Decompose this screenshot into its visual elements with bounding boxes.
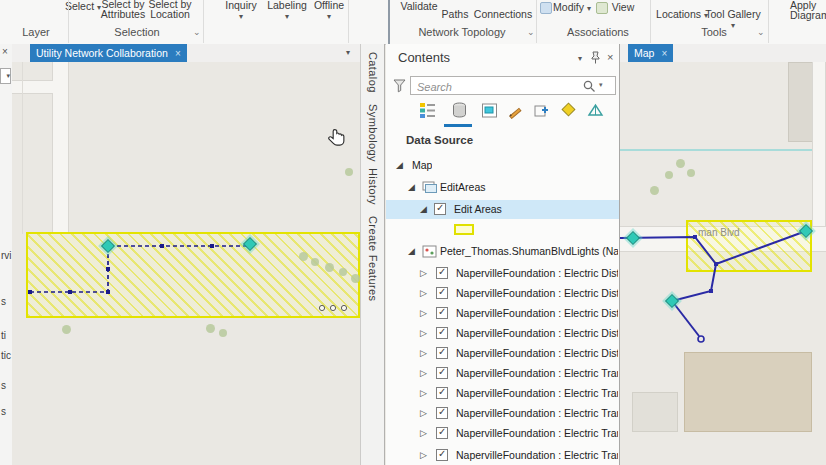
search-icon[interactable] [583, 80, 596, 93]
search-input[interactable] [415, 78, 579, 95]
layer-visibility-checkbox[interactable]: ✓ [436, 407, 448, 419]
close-icon[interactable]: × [661, 48, 667, 59]
pane-menu-caret-icon[interactable]: ▾ [578, 54, 582, 63]
expand-icon[interactable]: ▷ [420, 450, 427, 460]
tab-symbology[interactable]: Symbology [367, 104, 379, 162]
expand-icon[interactable]: ◢ [408, 246, 415, 256]
tree-node-layer[interactable]: ▷ ✓ NapervilleFoundation : Electric Dist… [386, 284, 620, 303]
select-by-attributes-button[interactable]: Select by Attributes [100, 0, 146, 19]
edit-areas-symbol-swatch[interactable] [454, 224, 474, 235]
layer-visibility-checkbox[interactable]: ✓ [434, 203, 446, 215]
close-icon[interactable]: × [175, 48, 181, 59]
tree-node-service[interactable]: ◢ Peter_Thomas.ShumanBlvdLights (Nap [386, 242, 620, 261]
tab-history[interactable]: History [367, 168, 379, 205]
layer-visibility-checkbox[interactable]: ✓ [436, 367, 448, 379]
tree-node-layer[interactable]: ▷ ✓ NapervilleFoundation : Electric Tran… [386, 446, 620, 465]
tree-node-symbol[interactable] [386, 222, 620, 241]
caret-down-icon: ▾ [285, 12, 289, 21]
trace-locations-button[interactable]: Locations ▾ [656, 9, 708, 21]
selection-dialog-launcher[interactable]: ⌄ [193, 27, 201, 37]
validate-button[interactable]: Validate [396, 1, 442, 11]
layer-visibility-checkbox[interactable]: ✓ [436, 327, 448, 339]
tab-list-caret-icon[interactable]: ▾ [346, 48, 350, 57]
caret-down-icon: ▾ [239, 12, 243, 21]
terminal-paths-button[interactable]: Paths [438, 9, 472, 19]
expand-icon[interactable]: ▷ [420, 408, 427, 418]
group-label-associations: Associations [548, 26, 648, 38]
tree-node-layer[interactable]: ▷ ✓ NapervilleFoundation : Electric Dist… [386, 304, 620, 323]
expand-icon[interactable]: ▷ [420, 368, 427, 378]
cutoff-list-item: rvi [1, 250, 12, 261]
list-by-perspective-tab[interactable] [584, 102, 606, 122]
tab-create-features[interactable]: Create Features [367, 216, 379, 301]
node-label: NapervilleFoundation : Electric Transf [456, 427, 618, 439]
expand-icon[interactable]: ◢ [420, 204, 427, 214]
list-by-labeling-tab[interactable] [558, 102, 580, 122]
tree-node-layer[interactable]: ▷ ✓ NapervilleFoundation : Electric Dist… [386, 264, 620, 283]
layer-visibility-checkbox[interactable]: ✓ [436, 307, 448, 319]
terminal-connections-button[interactable]: Connections [472, 9, 534, 19]
tab-catalog[interactable]: Catalog [367, 52, 379, 93]
ribbon-divider [388, 0, 390, 44]
tree-node-map[interactable]: ◢ Map [386, 156, 620, 175]
expand-icon[interactable]: ▷ [420, 308, 427, 318]
auto-hide-pin-icon[interactable] [590, 51, 601, 64]
tree-node-edit-areas[interactable]: ◢ ✓ Edit Areas [386, 200, 620, 219]
view-button[interactable]: View [608, 2, 638, 12]
expand-icon[interactable]: ▷ [420, 288, 427, 298]
map-view-map[interactable]: man Blvd [620, 62, 826, 465]
expand-icon[interactable]: ▷ [420, 348, 427, 358]
list-by-drawing-order-tab[interactable] [416, 102, 438, 122]
list-by-selection-tab[interactable] [478, 102, 500, 122]
right-view-tab-bar: Map × [620, 44, 826, 63]
list-by-editing-tab[interactable] [504, 102, 526, 122]
close-icon[interactable]: × [607, 51, 613, 63]
check-icon: ✓ [438, 386, 446, 397]
select-by-location-button[interactable]: Select by Location [147, 0, 193, 19]
tree-node-layer[interactable]: ▷ ✓ NapervilleFoundation : Electric Dist… [386, 344, 620, 363]
tree-node-layer[interactable]: ▷ ✓ NapervilleFoundation : Electric Tran… [386, 424, 620, 443]
tree-node-layer[interactable]: ▷ ✓ NapervilleFoundation : Electric Dist… [386, 324, 620, 343]
search-options-caret-icon[interactable]: ▾ [599, 81, 603, 89]
close-icon[interactable]: × [2, 46, 8, 57]
expand-icon[interactable]: ▷ [420, 268, 427, 278]
tools-dialog-launcher[interactable]: ⌄ [757, 27, 765, 37]
map-view-utility-network[interactable] [12, 62, 360, 465]
check-icon: ✓ [436, 202, 444, 213]
labeling-button[interactable]: Labeling▾ [264, 0, 310, 22]
tree-node-layer[interactable]: ▷ ✓ NapervilleFoundation : Electric Tran… [386, 404, 620, 423]
ribbon-separator [650, 0, 651, 43]
ribbon-separator [68, 0, 69, 43]
layer-visibility-checkbox[interactable]: ✓ [436, 387, 448, 399]
ribbon-separator [203, 0, 204, 43]
search-box: ▾ [410, 76, 616, 95]
apply-diagram-button[interactable]: ApplyDiagram [790, 0, 826, 20]
tree-node-editareas-group[interactable]: ◢ EditAreas [386, 178, 620, 197]
expand-icon[interactable]: ◢ [408, 182, 415, 192]
network-sketch-overlay [12, 62, 360, 465]
layer-visibility-checkbox[interactable]: ✓ [436, 287, 448, 299]
offline-button[interactable]: Offline▾ [310, 0, 348, 22]
list-by-data-source-tab[interactable] [448, 102, 470, 122]
modify-label: Modify [553, 1, 584, 13]
list-by-snapping-tab[interactable] [530, 102, 552, 122]
expand-icon[interactable]: ▷ [420, 388, 427, 398]
tree-node-layer[interactable]: ▷ ✓ NapervilleFoundation : Electric Tran… [386, 364, 620, 383]
inquiry-label: Inquiry [225, 0, 257, 11]
network-topology-dialog-launcher[interactable]: ⌄ [527, 27, 535, 37]
expand-icon[interactable]: ▷ [420, 428, 427, 438]
tree-node-layer[interactable]: ▷ ✓ NapervilleFoundation : Electric Tran… [386, 384, 620, 403]
modify-button[interactable]: Modify ▾ [552, 2, 592, 14]
expand-icon[interactable]: ▷ [420, 328, 427, 338]
layer-visibility-checkbox[interactable]: ✓ [436, 267, 448, 279]
expand-icon[interactable]: ◢ [396, 160, 403, 170]
layer-visibility-checkbox[interactable]: ✓ [436, 427, 448, 439]
layer-visibility-checkbox[interactable]: ✓ [436, 449, 448, 461]
cutoff-list-item: s [1, 406, 6, 417]
cutoff-dropdown[interactable]: ▾ [0, 68, 11, 84]
filter-icon[interactable] [393, 79, 406, 93]
tab-map[interactable]: Map × [628, 44, 673, 62]
tab-utility-network-collaboration[interactable]: Utility Network Collaboration × [30, 44, 187, 62]
layer-visibility-checkbox[interactable]: ✓ [436, 347, 448, 359]
inquiry-button[interactable]: Inquiry▾ [220, 0, 262, 22]
